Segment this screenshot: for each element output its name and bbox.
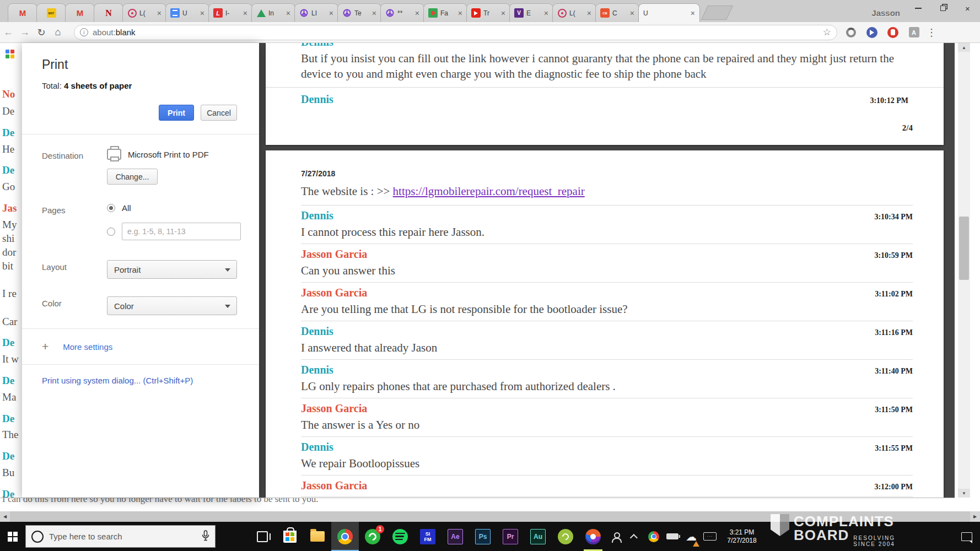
windows-logo-icon: [8, 532, 18, 542]
store-button[interactable]: [276, 522, 304, 551]
whatsapp-button[interactable]: 1: [359, 522, 386, 551]
swirl-app-button[interactable]: [579, 522, 607, 551]
tab-close-icon[interactable]: ×: [630, 9, 634, 17]
tab-close-icon[interactable]: ×: [691, 9, 695, 17]
browser-menu-icon[interactable]: ⋮: [927, 26, 936, 39]
onedrive-tray-icon[interactable]: ☁: [682, 522, 701, 551]
tab-close-icon[interactable]: ×: [329, 9, 333, 17]
forward-icon[interactable]: →: [17, 26, 33, 38]
back-icon[interactable]: ←: [0, 26, 17, 38]
close-icon: ×: [965, 4, 970, 13]
tab-close-icon[interactable]: ×: [243, 9, 247, 17]
tab-close-icon[interactable]: ×: [286, 9, 290, 17]
layout-select[interactable]: Portrait: [107, 260, 237, 279]
scrollbar-thumb[interactable]: [959, 217, 969, 280]
message-text: Can you answer this: [301, 264, 913, 278]
tab-peace-1[interactable]: LI×: [294, 3, 338, 22]
print-dialog-title: Print: [42, 57, 237, 72]
tab-close-icon[interactable]: ×: [587, 9, 591, 17]
tab-red-l[interactable]: LI-×: [208, 3, 252, 22]
extension-donut-icon[interactable]: [844, 25, 858, 40]
tab-close-icon[interactable]: ×: [458, 9, 462, 17]
tab-purple-v[interactable]: VE×: [509, 3, 553, 22]
cortana-icon: [31, 531, 44, 543]
android-studio-button[interactable]: [552, 522, 579, 551]
address-bar[interactable]: i about:blank ☆: [74, 25, 837, 40]
scroll-right-icon[interactable]: ▶: [970, 511, 980, 522]
after-effects-button[interactable]: Ae: [441, 522, 469, 551]
tab-mnt[interactable]: MNT: [36, 3, 66, 22]
task-view-button[interactable]: [249, 522, 276, 551]
print-button[interactable]: Print: [159, 105, 194, 121]
windows-taskbar: Type here to search 1 SIFM Ae Ps Pr Au ☁…: [0, 522, 980, 551]
system-dialog-link[interactable]: Print using system dialog... (Ctrl+Shift…: [42, 365, 237, 396]
cancel-button[interactable]: Cancel: [201, 105, 237, 121]
scroll-up-icon[interactable]: ▲: [958, 43, 970, 52]
action-center-icon[interactable]: [961, 532, 972, 541]
minimize-icon: [915, 8, 922, 9]
audition-button[interactable]: Au: [524, 522, 552, 551]
pages-all-radio[interactable]: [107, 204, 115, 212]
close-button[interactable]: ×: [955, 0, 980, 17]
taskbar-clock[interactable]: 3:21 PM 7/27/2018: [719, 528, 764, 545]
pages-range-input[interactable]: [122, 223, 241, 240]
gmail-icon: M: [76, 8, 85, 18]
sifm-button[interactable]: SIFM: [414, 522, 441, 551]
tab-close-icon[interactable]: ×: [200, 9, 204, 17]
notification-badge: 1: [376, 525, 384, 533]
pages-all-option[interactable]: All: [122, 203, 131, 213]
extension-pointer-icon[interactable]: [865, 25, 879, 40]
tab-netflix[interactable]: N: [94, 3, 123, 22]
profile-name[interactable]: Jasson: [871, 8, 900, 18]
home-icon[interactable]: ⌂: [50, 26, 66, 38]
horizontal-scrollbar[interactable]: ◀ ▶: [0, 511, 980, 522]
scroll-down-icon[interactable]: ▼: [958, 489, 970, 498]
tab-close-icon[interactable]: ×: [372, 9, 376, 17]
tab-close-icon[interactable]: ×: [501, 9, 505, 17]
author-name: Jasson Garcia: [301, 287, 367, 299]
taskbar-search[interactable]: Type here to search: [25, 525, 216, 548]
change-destination-button[interactable]: Change...: [107, 169, 158, 185]
scroll-left-icon[interactable]: ◀: [0, 511, 10, 522]
start-button[interactable]: [0, 522, 25, 551]
page-info-icon[interactable]: i: [80, 28, 88, 36]
tab-docs[interactable]: U×: [165, 3, 209, 22]
tab-complaintsboard[interactable]: CBC×: [595, 3, 639, 22]
maximize-button[interactable]: [930, 0, 955, 17]
battery-tray-icon[interactable]: [663, 522, 682, 551]
tab-gmail-2[interactable]: M: [65, 3, 95, 22]
extension-adblock-hand-icon[interactable]: [886, 25, 900, 40]
chrome-taskbar-button[interactable]: [331, 522, 359, 551]
more-settings-toggle[interactable]: + More settings: [42, 329, 237, 364]
bookmark-star-icon[interactable]: ☆: [823, 26, 831, 38]
tab-close-icon[interactable]: ×: [157, 9, 161, 17]
color-select[interactable]: Color: [107, 296, 237, 315]
preview-scrollbar[interactable]: ▲ ▼: [958, 43, 970, 498]
tab-drive[interactable]: In×: [251, 3, 295, 22]
spotify-button[interactable]: [386, 522, 414, 551]
microphone-icon[interactable]: [202, 530, 209, 543]
tab-peace-3[interactable]: **×: [380, 3, 424, 22]
minimize-button[interactable]: [906, 0, 930, 17]
tab-close-icon[interactable]: ×: [415, 9, 419, 17]
tab-gmail[interactable]: M: [8, 3, 37, 22]
tab-active[interactable]: U×: [638, 3, 700, 22]
tab-peace-2[interactable]: Te×: [337, 3, 381, 22]
new-tab-button[interactable]: [701, 6, 733, 20]
tab-lg-2[interactable]: L(×: [552, 3, 596, 22]
premiere-button[interactable]: Pr: [497, 522, 524, 551]
people-button[interactable]: [607, 522, 626, 551]
tab-youtube[interactable]: Tr×: [466, 3, 510, 22]
chrome-tray-button[interactable]: [644, 522, 663, 551]
tray-expand-button[interactable]: [626, 522, 644, 551]
tab-close-icon[interactable]: ×: [544, 9, 548, 17]
file-explorer-button[interactable]: [304, 522, 331, 551]
tab-lg[interactable]: L(×: [122, 3, 166, 22]
reload-icon[interactable]: ↻: [33, 26, 50, 39]
extension-acrobat-icon[interactable]: A: [907, 25, 921, 40]
tab-maps[interactable]: Fa×: [423, 3, 467, 22]
sifm-icon: SIFM: [420, 529, 435, 544]
photoshop-button[interactable]: Ps: [469, 522, 497, 551]
pages-range-radio[interactable]: [107, 228, 115, 236]
keyboard-tray-icon[interactable]: ···: [701, 522, 719, 551]
